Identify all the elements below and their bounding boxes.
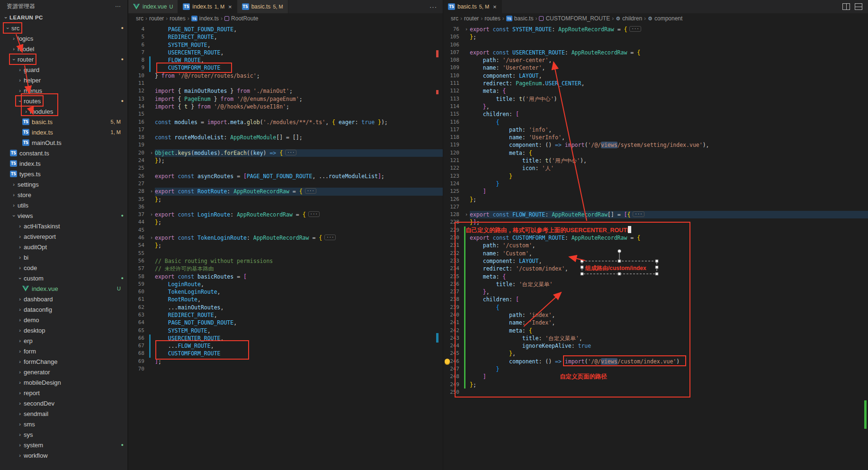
tree-item-model[interactable]: ›model [0,44,127,54]
code-line-content[interactable]: path: '/user-center', [470,56,868,64]
close-icon[interactable]: × [493,4,497,10]
code-line-content[interactable] [470,41,868,49]
code-line-content[interactable]: REDIRECT_ROUTE, [155,33,443,41]
code-line-content[interactable]: name: 'Index', [470,319,868,326]
breadcrumb-item-router[interactable]: router [149,15,164,22]
code-line-content[interactable]: CUSTOMFORM_ROUTE [155,350,443,357]
breadcrumb-item-CUSTOMFORM_ROUTE[interactable]: CUSTOMFORM_ROUTE [539,15,610,22]
code-line-105[interactable]: 105}; [443,33,868,41]
fold-chevron-icon[interactable]: › [148,234,155,242]
code-line-232[interactable]: 232 name: 'Custom', [443,250,868,257]
code-line-16[interactable]: 16const modules = import.meta.glob('./mo… [128,118,443,126]
code-line-36[interactable]: 36 [128,203,443,211]
code-line-229[interactable]: 229 [443,226,868,234]
code-line-content[interactable]: title: t('用户中心') [470,95,868,103]
code-line-content[interactable]: redirect: PageEnum.USER_CENTER, [470,80,868,87]
code-line-24[interactable]: 24}); [128,157,443,164]
folded-code-ellipsis[interactable]: ··· [633,211,644,217]
code-line-content[interactable]: { [470,118,868,126]
code-line-228[interactable]: 228}]; [443,218,868,226]
tree-item-erp[interactable]: ›erp [0,335,127,346]
code-line-content[interactable]: }, [470,288,868,296]
breadcrumb-item-routes[interactable]: routes [170,15,185,22]
code-line-68[interactable]: 68 CUSTOMFORM_ROUTE [128,350,443,357]
code-line-content[interactable]: }; [155,242,443,249]
code-line-55[interactable]: 55 [128,250,443,257]
code-line-content[interactable] [155,203,443,211]
code-line-content[interactable] [470,203,868,211]
tree-item-bi[interactable]: ›bi [0,252,127,262]
tree-item-menus[interactable]: ›menus [0,85,127,96]
code-line-content[interactable]: title: '自定义菜单' [470,280,868,288]
code-line-content[interactable]: }, [470,103,868,110]
tree-item-desktop[interactable]: ›desktop [0,325,127,335]
code-line-content[interactable]: ] [470,188,868,195]
code-line-content[interactable] [155,80,443,87]
tree-item-auditOpt[interactable]: ›auditOpt [0,242,127,252]
code-line-62[interactable]: 62 ...mainOutRoutes, [128,304,443,311]
code-line-content[interactable] [155,164,443,172]
close-icon[interactable]: × [228,4,232,10]
code-line-content[interactable]: ignoreKeepAlive: true [470,342,868,350]
code-line-241[interactable]: 241 name: 'Index', [443,319,868,326]
code-line-60[interactable]: 60 TokenLoginRoute, [128,288,443,296]
code-line-235[interactable]: 235 meta: { [443,273,868,280]
tree-item-sms[interactable]: ›sms [0,419,127,429]
code-line-18[interactable]: 18const routeModuleList: AppRouteModule[… [128,134,443,141]
code-line-250[interactable]: 250 [443,389,868,396]
code-line-13[interactable]: 13import { PageEnum } from '/@/enums/pag… [128,95,443,103]
code-line-26[interactable]: 26export const asyncRoutes = [PAGE_NOT_F… [128,172,443,180]
code-line-56[interactable]: 56// Basic routing without permissions [128,257,443,265]
code-line-11[interactable]: 11 [128,80,443,87]
workspace-root[interactable]: › LEARUN PC [0,12,127,23]
code-line-content[interactable]: component: () => import('/@/views/system… [470,141,868,149]
code-line-123[interactable]: 123 } [443,172,868,180]
code-line-content[interactable]: export const asyncRoutes = [PAGE_NOT_FOU… [155,172,443,180]
code-line-content[interactable]: }; [470,381,868,389]
code-line-content[interactable]: children: [ [470,110,868,118]
code-line-115[interactable]: 115 children: [ [443,110,868,118]
code-line-44[interactable]: 44}; [128,218,443,226]
code-line-116[interactable]: 116 { [443,118,868,126]
editor-more-actions-icon[interactable]: ··· [424,3,443,10]
code-line-content[interactable]: { [470,304,868,311]
tree-item-views[interactable]: ›views● [0,210,127,221]
tree-item-dashboard[interactable]: ›dashboard [0,294,127,304]
code-line-content[interactable]: import { t } from '/@/hooks/web/useI18n'… [155,103,443,110]
code-line-125[interactable]: 125 ] [443,188,868,195]
code-line-113[interactable]: 113 title: t('用户中心') [443,95,868,103]
code-line-35[interactable]: 35}; [128,196,443,203]
tree-item-settings[interactable]: ›settings [0,179,127,190]
tree-item-index.ts[interactable]: TSindex.ts1, M [0,127,127,137]
code-line-content[interactable]: }; [155,196,443,203]
tree-item-code[interactable]: ›code [0,262,127,273]
folded-code-ellipsis[interactable]: ··· [324,235,336,240]
code-line-114[interactable]: 114 }, [443,103,868,110]
code-line-15[interactable]: 15 [128,110,443,118]
code-line-content[interactable]: children: [ [470,296,868,303]
code-line-content[interactable]: }; [470,33,868,41]
code-line-242[interactable]: 242 meta: { [443,327,868,334]
code-line-244[interactable]: 244 ignoreKeepAlive: true [443,342,868,350]
tree-item-activereport[interactable]: ›activereport [0,231,127,242]
code-line-content[interactable]: PAGE_NOT_FOUND_ROUTE, [155,26,443,33]
code-line-content[interactable]: export const USERCENTER_ROUTE: AppRouteR… [470,49,868,56]
tree-item-custom[interactable]: ›custom● [0,273,127,283]
code-line-content[interactable]: export const TokenLoginRoute: AppRouteRe… [155,234,443,242]
code-line-content[interactable]: }; [155,218,443,226]
code-line-249[interactable]: 249}; [443,381,868,389]
code-line-70[interactable]: 70 [128,365,443,373]
breadcrumb-item-router[interactable]: router [464,15,479,22]
code-line-108[interactable]: 108 path: '/user-center', [443,56,868,64]
code-line-231[interactable]: 231 path: '/custom', [443,242,868,249]
code-line-10[interactable]: 10} from '/@/router/routes/basic'; [128,72,443,80]
folded-code-ellipsis[interactable]: ··· [629,26,641,32]
code-line-content[interactable]: export const SYSTEM_ROUTE: AppRouteRecor… [470,26,868,33]
tree-item-mobileDesign[interactable]: ›mobileDesign [0,377,127,388]
tree-item-workflow[interactable]: ›workflow [0,450,127,461]
code-line-content[interactable]: meta: { [470,327,868,334]
code-line-58[interactable]: 58export const basicRoutes = [ [128,273,443,280]
code-line-content[interactable]: ...mainOutRoutes, [155,304,443,311]
code-line-37[interactable]: 37›export const LoginRoute: AppRouteReco… [128,211,443,218]
code-line-content[interactable]: LoginRoute, [155,280,443,288]
